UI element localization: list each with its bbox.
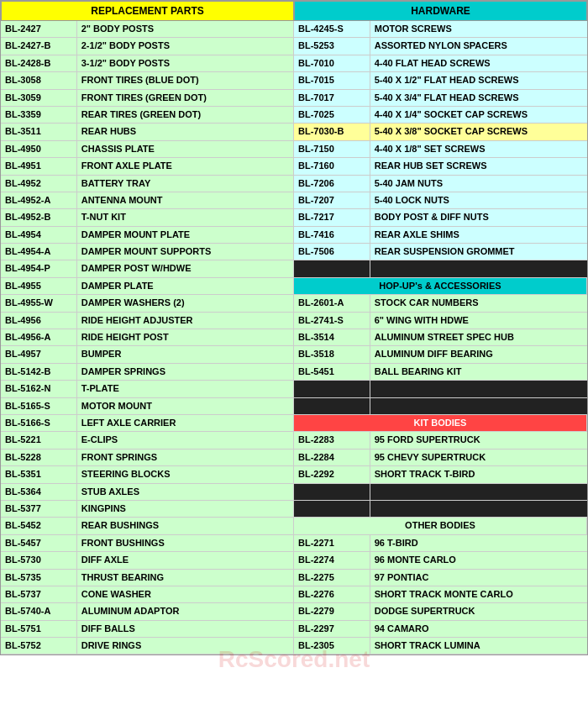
hw-number: BL-2283 <box>294 432 370 448</box>
hw-name: ALUMINUM STREET SPEC HUB <box>370 329 587 345</box>
part-number: BL-3511 <box>1 124 77 139</box>
table-row: BL-4952-A ANTENNA MOUNT BL-7207 5-40 LOC… <box>1 192 587 209</box>
part-name: T-PLATE <box>77 381 294 397</box>
table-body: BL-2427 2" BODY POSTS BL-4245-S MOTOR SC… <box>1 21 587 655</box>
part-number: BL-4956 <box>1 313 77 329</box>
table-row: BL-4956-A RIDE HEIGHT POST BL-3514 ALUMI… <box>1 329 587 346</box>
table-row: BL-5364 STUB AXLES <box>1 484 587 501</box>
replacement-parts-header: REPLACEMENT PARTS <box>1 1 294 21</box>
part-number: BL-5142-B <box>1 364 77 380</box>
part-name: FRONT SPRINGS <box>77 450 294 465</box>
part-name: RIDE HEIGHT POST <box>77 329 294 345</box>
part-number: BL-2427-B <box>1 38 77 54</box>
part-name: REAR HUBS <box>77 124 294 139</box>
table-row: BL-5740-A ALUMINUM ADAPTOR BL-2279 DODGE… <box>1 603 587 620</box>
part-number: BL-4952 <box>1 176 77 192</box>
hw-name: BODY POST & DIFF NUTS <box>370 209 587 225</box>
part-number: BL-4952-B <box>1 209 77 225</box>
table-row: BL-5752 DRIVE RINGS BL-2305 SHORT TRACK … <box>1 638 587 655</box>
part-number: BL-5162-N <box>1 381 77 397</box>
hw-name: 5-40 X 3/8" SOCKET CAP SCREWS <box>370 124 587 139</box>
part-name: BATTERY TRAY <box>77 176 294 192</box>
hw-number: BL-2305 <box>294 638 370 654</box>
part-name: DAMPER MOUNT SUPPORTS <box>77 244 294 260</box>
part-number: BL-4956-A <box>1 329 77 345</box>
part-name: KINGPINS <box>77 501 294 517</box>
hw-number <box>294 260 370 276</box>
part-name: DRIVE RINGS <box>77 638 294 654</box>
part-name: DAMPER PLATE <box>77 278 294 294</box>
part-number: BL-4952-A <box>1 192 77 208</box>
table-row: BL-4952 BATTERY TRAY BL-7206 5-40 JAM NU… <box>1 176 587 192</box>
part-name: BUMPER <box>77 346 294 362</box>
hw-number: BL-2279 <box>294 603 370 619</box>
part-name: FRONT TIRES (BLUE DOT) <box>77 72 294 88</box>
hw-number: BL-7010 <box>294 55 370 71</box>
hw-name <box>370 501 587 517</box>
hw-name: SHORT TRACK LUMINA <box>370 638 587 654</box>
part-number: BL-4957 <box>1 346 77 362</box>
part-number: BL-4955-W <box>1 295 77 311</box>
part-name: CONE WASHER <box>77 586 294 602</box>
part-number: BL-3359 <box>1 107 77 123</box>
part-name: RIDE HEIGHT ADJUSTER <box>77 313 294 329</box>
hw-number: BL-7207 <box>294 192 370 208</box>
part-number: BL-5751 <box>1 621 77 637</box>
table-row: BL-4951 FRONT AXLE PLATE BL-7160 REAR HU… <box>1 158 587 175</box>
hw-number: BL-2601-A <box>294 295 370 311</box>
table-row: BL-2427-B 2-1/2" BODY POSTS BL-5253 ASSO… <box>1 38 587 55</box>
hw-number: BL-7506 <box>294 244 370 260</box>
hw-number: BL-7015 <box>294 72 370 88</box>
part-number: BL-3059 <box>1 90 77 106</box>
hw-number <box>294 398 370 414</box>
hw-number <box>294 501 370 517</box>
hw-name: BALL BEARING KIT <box>370 364 587 380</box>
hw-name: DODGE SUPERTRUCK <box>370 603 587 619</box>
part-name: ALUMINUM ADAPTOR <box>77 603 294 619</box>
part-number: BL-2428-B <box>1 55 77 71</box>
table-row: BL-4955-W DAMPER WASHERS (2) BL-2601-A S… <box>1 295 587 312</box>
part-number: BL-5452 <box>1 518 77 534</box>
hw-name: 94 CAMARO <box>370 621 587 637</box>
part-name: 2" BODY POSTS <box>77 21 294 37</box>
part-number: BL-4951 <box>1 158 77 174</box>
part-number: BL-5735 <box>1 570 77 586</box>
part-name: T-NUT KIT <box>77 209 294 225</box>
table-row: BL-3059 FRONT TIRES (GREEN DOT) BL-7017 … <box>1 90 587 107</box>
hw-name: 5-40 X 3/4" FLAT HEAD SCREWS <box>370 90 587 106</box>
hw-name <box>370 484 587 500</box>
hw-name: REAR HUB SET SCREWS <box>370 158 587 174</box>
hw-number: BL-3514 <box>294 329 370 345</box>
hw-name: STOCK CAR NUMBERS <box>370 295 587 311</box>
hw-name: 96 T-BIRD <box>370 535 587 551</box>
part-number: BL-4954 <box>1 227 77 243</box>
part-name: REAR TIRES (GREEN DOT) <box>77 107 294 123</box>
part-name: 3-1/2" BODY POSTS <box>77 55 294 71</box>
part-name: MOTOR MOUNT <box>77 398 294 414</box>
part-number: BL-5457 <box>1 535 77 551</box>
hw-name: 6" WING WITH HDWE <box>370 313 587 329</box>
hw-number: BL-7025 <box>294 107 370 123</box>
hw-number: BL-2292 <box>294 466 370 482</box>
table-row: BL-3359 REAR TIRES (GREEN DOT) BL-7025 4… <box>1 107 587 124</box>
hw-name: 5-40 LOCK NUTS <box>370 192 587 208</box>
hw-name: REAR AXLE SHIMS <box>370 227 587 243</box>
part-name: FRONT TIRES (GREEN DOT) <box>77 90 294 106</box>
part-number: BL-4950 <box>1 141 77 157</box>
table-row: BL-5142-B DAMPER SPRINGS BL-5451 BALL BE… <box>1 364 587 381</box>
hardware-header: HARDWARE <box>294 1 587 21</box>
table-row: BL-5166-S LEFT AXLE CARRIER KIT BODIES <box>1 415 587 432</box>
table-row: BL-4954 DAMPER MOUNT PLATE BL-7416 REAR … <box>1 227 587 244</box>
hw-number: BL-3518 <box>294 346 370 362</box>
hw-name <box>370 381 587 397</box>
table-row: BL-4956 RIDE HEIGHT ADJUSTER BL-2741-S 6… <box>1 313 587 329</box>
table-row: BL-2427 2" BODY POSTS BL-4245-S MOTOR SC… <box>1 21 587 38</box>
table-row: BL-5452 REAR BUSHINGS OTHER BODIES <box>1 518 587 534</box>
table-row: BL-3058 FRONT TIRES (BLUE DOT) BL-7015 5… <box>1 72 587 89</box>
hw-name <box>370 260 587 276</box>
hw-name: 4-40 FLAT HEAD SCREWS <box>370 55 587 71</box>
hw-name: 5-40 JAM NUTS <box>370 176 587 192</box>
table-row: BL-5735 THRUST BEARING BL-2275 97 PONTIA… <box>1 570 587 586</box>
section-header: OTHER BODIES <box>294 518 587 534</box>
part-number: BL-5166-S <box>1 415 77 431</box>
